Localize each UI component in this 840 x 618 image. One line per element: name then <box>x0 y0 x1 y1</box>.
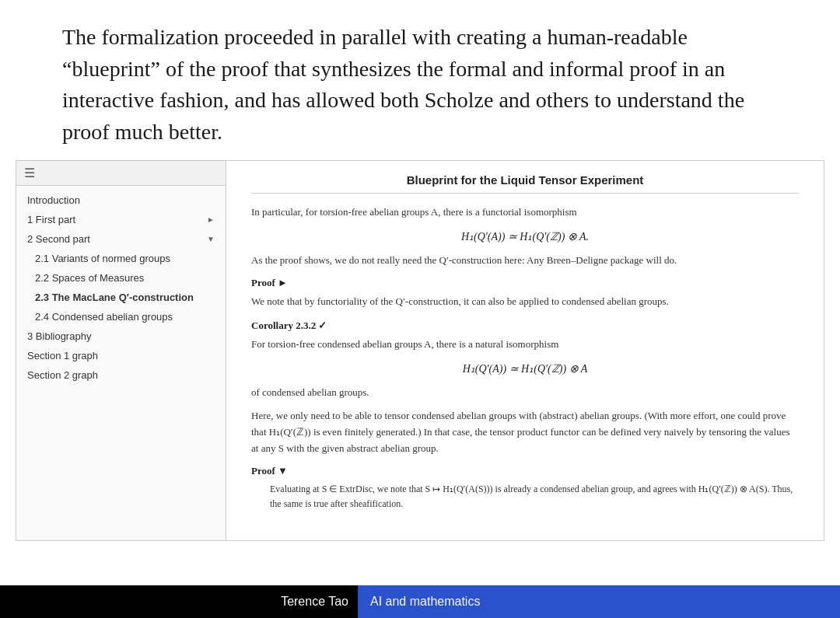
sidebar-item-second-part[interactable]: 2 Second part▼ <box>16 229 226 249</box>
math-display: H₁(Q′(A)) ≃ H₁(Q′(ℤ)) ⊗ A <box>251 362 799 375</box>
content-text: For torsion-free condensed abelian group… <box>251 337 799 353</box>
sidebar-item-label: 2.2 Spaces of Measures <box>35 272 215 284</box>
sidebar-item-introduction[interactable]: Introduction <box>16 190 226 210</box>
hamburger-icon[interactable]: ☰ <box>24 166 35 180</box>
math-display: H₁(Q′(A)) ≃ H₁(Q′(ℤ)) ⊗ A. <box>251 230 799 243</box>
sidebar-item-maclane[interactable]: 2.3 The MacLane Q′-construction <box>16 288 226 307</box>
sidebar-item-label: 2.1 Variants of normed groups <box>35 253 215 264</box>
content-area: Blueprint for the Liquid Tensor Experime… <box>226 161 824 540</box>
content-text: Here, we only need to be able to tensor … <box>251 408 799 456</box>
sidebar-item-label: 2 Second part <box>27 233 204 245</box>
indented-content-text: Evaluating at S ∈ ExtrDisc, we note that… <box>251 482 799 512</box>
sidebar-header[interactable]: ☰ <box>16 161 226 186</box>
corollary-label: Corollary 2.3.2 ✓ <box>251 319 799 332</box>
proof-label: Proof ▼ <box>251 465 799 477</box>
sidebar-item-section1-graph[interactable]: Section 1 graph <box>16 346 226 365</box>
main-area: ☰ Introduction1 First part►2 Second part… <box>16 160 824 541</box>
bottom-bar-name: Terence Tao <box>281 595 348 609</box>
content-text: As the proof shows, we do not really nee… <box>251 253 799 269</box>
sidebar-item-variants[interactable]: 2.1 Variants of normed groups <box>16 249 226 268</box>
bottom-bar-topic: AI and mathematics <box>370 595 480 609</box>
sidebar-item-label: Introduction <box>27 194 215 206</box>
sidebar-item-label: 2.4 Condensed abelian groups <box>35 311 215 323</box>
blueprint-title: Blueprint for the Liquid Tensor Experime… <box>251 173 799 194</box>
sidebar-item-section2-graph[interactable]: Section 2 graph <box>16 365 226 385</box>
content-text: In particular, for torsion-free abelian … <box>251 204 799 221</box>
header-text: The formalization proceeded in parallel … <box>0 0 840 160</box>
sidebar-item-label: Section 1 graph <box>27 350 215 361</box>
proof-label: Proof ► <box>251 277 799 289</box>
sidebar-item-arrow: ► <box>207 215 215 224</box>
sidebar-item-label: Section 2 graph <box>27 369 215 381</box>
sidebar-item-label: 2.3 The MacLane Q′-construction <box>35 292 215 303</box>
sidebar: ☰ Introduction1 First part►2 Second part… <box>16 161 226 540</box>
sidebar-item-condensed[interactable]: 2.4 Condensed abelian groups <box>16 307 226 326</box>
sidebar-item-label: 3 Bibliography <box>27 330 215 342</box>
sidebar-item-first-part[interactable]: 1 First part► <box>16 210 226 229</box>
content-text: of condensed abelian groups. <box>251 385 799 401</box>
sidebar-items: Introduction1 First part►2 Second part▼2… <box>16 186 226 389</box>
sidebar-item-spaces-measures[interactable]: 2.2 Spaces of Measures <box>16 268 226 288</box>
sidebar-item-bibliography[interactable]: 3 Bibliography <box>16 326 226 346</box>
content-text: We note that by functoriality of the Q′-… <box>251 294 799 310</box>
bottom-bar-blue: AI and mathematics <box>358 585 840 618</box>
sidebar-item-arrow: ▼ <box>207 235 215 243</box>
sidebar-item-label: 1 First part <box>27 214 204 225</box>
bottom-bar-black: Terence Tao <box>0 585 358 618</box>
bottom-bar: Terence Tao AI and mathematics <box>0 585 840 618</box>
